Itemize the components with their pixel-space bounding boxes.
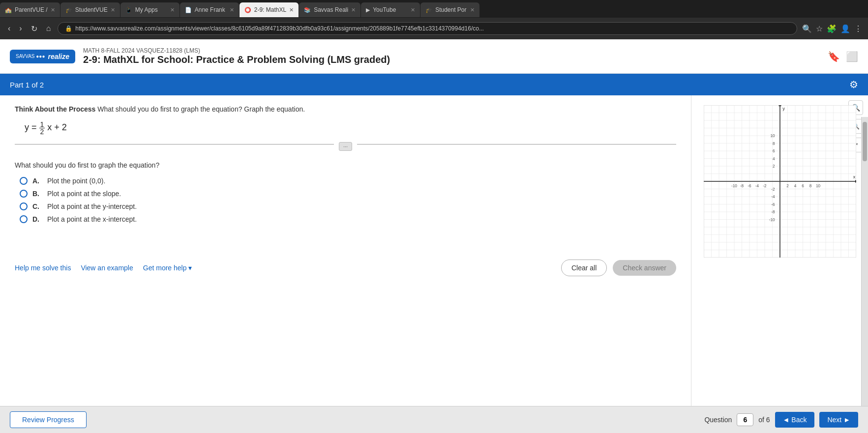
window-header-icon[interactable]: ⬜ <box>846 51 858 62</box>
tab-parentvue-close[interactable]: ✕ <box>51 7 55 13</box>
menu-icon[interactable]: ⋮ <box>854 24 862 33</box>
tab-mathxl-label: 2-9: MathXL <box>254 6 286 13</box>
equation-y: y = <box>25 122 39 132</box>
option-b-radio[interactable] <box>20 190 28 198</box>
tab-youtube-label: YouTube <box>373 6 396 13</box>
part-bar: Part 1 of 2 ⚙ <box>0 74 868 95</box>
extensions-icon[interactable]: 🧩 <box>827 24 837 33</box>
think-about-label: Think About the Process <box>15 105 95 113</box>
back-button[interactable]: ◄ Back <box>775 412 815 428</box>
option-c: C. Plot a point at the y-intercept. <box>20 202 676 210</box>
part-label: Part 1 of 2 <box>10 81 44 89</box>
svg-text:-10: -10 <box>731 184 737 188</box>
svg-text:8: 8 <box>773 142 775 146</box>
question-nav: Question 6 of 6 ◄ Back Next ► <box>704 412 858 428</box>
studentvue-favicon: 🎓 <box>65 7 72 13</box>
option-c-letter: C. <box>32 202 42 210</box>
think-text: What should you do first to graph the eq… <box>97 105 305 113</box>
svg-text:x: x <box>853 174 855 179</box>
mathxl-favicon: ⭕ <box>244 7 251 13</box>
clear-all-button[interactable]: Clear all <box>561 260 607 276</box>
expand-button[interactable]: ··· <box>339 142 352 151</box>
svg-text:-2: -2 <box>763 184 767 188</box>
options-list: A. Plot the point (0,0). B. Plot a point… <box>20 177 676 223</box>
tab-myapps[interactable]: 📱 My Apps ✕ <box>120 2 180 17</box>
svg-text:6: 6 <box>773 149 775 153</box>
tab-studentvue[interactable]: 🎓 StudentVUE ✕ <box>60 2 120 17</box>
logo-savvas-dots: SAVVAS ●●● <box>16 54 45 59</box>
option-b-letter: B. <box>32 190 42 198</box>
back-nav-button[interactable]: ‹ <box>6 22 12 35</box>
home-button[interactable]: ⌂ <box>44 22 53 35</box>
annefrank-favicon: 📄 <box>185 7 192 13</box>
check-answer-button[interactable]: Check answer <box>613 260 676 276</box>
tab-myapps-close[interactable]: ✕ <box>170 7 175 13</box>
header-right: 🔖 ⬜ <box>828 51 858 62</box>
tab-studentpor[interactable]: 🎓 Student Por ✕ <box>420 2 479 17</box>
address-bar-row: ‹ › ↻ ⌂ 🔒 https://www.savvasrealize.com/… <box>0 18 868 39</box>
refresh-button[interactable]: ↻ <box>29 22 39 35</box>
profile-icon[interactable]: 👤 <box>840 24 850 33</box>
bookmark-icon[interactable]: ☆ <box>816 24 823 33</box>
view-example-link[interactable]: View an example <box>81 264 133 272</box>
tab-savvas-label: Savvas Reali <box>314 6 348 13</box>
settings-gear-icon[interactable]: ⚙ <box>849 79 858 90</box>
tab-studentvue-close[interactable]: ✕ <box>111 7 115 13</box>
tab-mathxl-close[interactable]: ✕ <box>289 7 294 13</box>
youtube-favicon: ▶ <box>366 7 370 13</box>
svg-text:2: 2 <box>786 184 789 188</box>
app-header: SAVVAS ●●● realize MATH 8-FALL 2024 VASQ… <box>0 39 868 74</box>
tab-myapps-label: My Apps <box>135 6 158 13</box>
tab-youtube-close[interactable]: ✕ <box>411 7 415 13</box>
tab-parentvue[interactable]: 🏫 ParentVUE / ✕ <box>0 2 60 17</box>
option-a-radio[interactable] <box>20 177 28 185</box>
tab-studentpor-close[interactable]: ✕ <box>470 7 475 13</box>
tab-studentpor-label: Student Por <box>435 6 466 13</box>
svg-text:-8: -8 <box>771 210 775 214</box>
parentvue-favicon: 🏫 <box>5 7 12 13</box>
tab-savvas-close[interactable]: ✕ <box>351 7 356 13</box>
help-me-solve-link[interactable]: Help me solve this <box>15 264 71 272</box>
svg-text:8: 8 <box>809 184 811 188</box>
tab-savvas[interactable]: 📚 Savvas Reali ✕ <box>299 2 360 17</box>
tab-annefrank[interactable]: 📄 Anne Frank ✕ <box>180 2 239 17</box>
header-subtitle: MATH 8-FALL 2024 VASQUEZ-11828 (LMS) <box>83 47 390 54</box>
graph-panel: 🔍 🔍 ⤢ <box>691 95 868 406</box>
tab-mathxl[interactable]: ⭕ 2-9: MathXL ✕ <box>239 2 299 17</box>
option-a-letter: A. <box>32 177 42 185</box>
tab-annefrank-label: Anne Frank <box>195 6 225 13</box>
review-progress-button[interactable]: Review Progress <box>10 411 87 428</box>
question-label: Think About the Process What should you … <box>15 105 676 113</box>
action-buttons-right: Clear all Check answer <box>561 260 676 276</box>
svg-text:4: 4 <box>794 184 796 188</box>
svg-text:4: 4 <box>773 157 775 161</box>
logo-area[interactable]: SAVVAS ●●● realize <box>10 50 75 63</box>
address-bar[interactable]: 🔒 https://www.savvasrealize.com/assignme… <box>58 22 797 35</box>
svg-text:6: 6 <box>802 184 804 188</box>
tab-annefrank-close[interactable]: ✕ <box>230 7 234 13</box>
tab-youtube[interactable]: ▶ YouTube ✕ <box>361 2 420 17</box>
option-c-radio[interactable] <box>20 202 28 210</box>
current-question-box: 6 <box>737 413 753 426</box>
footer-nav: Review Progress Question 6 of 6 ◄ Back N… <box>0 406 868 433</box>
search-icon[interactable]: 🔍 <box>802 24 812 33</box>
tab-bar: 🏫 ParentVUE / ✕ 🎓 StudentVUE ✕ 📱 My Apps… <box>0 0 868 18</box>
url-display: https://www.savvasrealize.com/assignment… <box>75 25 790 32</box>
forward-nav-button[interactable]: › <box>17 22 24 35</box>
option-d-radio[interactable] <box>20 215 28 223</box>
equation-x-part: x + 2 <box>47 122 67 132</box>
option-d-text: Plot a point at the x-intercept. <box>47 215 137 223</box>
svg-text:y: y <box>782 106 785 111</box>
bookmark-header-icon[interactable]: 🔖 <box>828 51 840 62</box>
option-d-letter: D. <box>32 215 42 223</box>
next-button[interactable]: Next ► <box>819 412 858 428</box>
svg-text:10: 10 <box>770 134 775 138</box>
header-info: MATH 8-FALL 2024 VASQUEZ-11828 (LMS) 2-9… <box>83 47 390 65</box>
get-more-help-link[interactable]: Get more help ▾ <box>143 264 192 272</box>
svg-text:-10: -10 <box>769 218 775 222</box>
graph-svg: x y -10 -8 -6 -4 -2 2 4 6 8 10 10 8 6 <box>704 105 856 258</box>
tab-studentvue-label: StudentVUE <box>75 6 108 13</box>
scroll-indicator[interactable] <box>861 117 868 406</box>
question-bottom: Help me solve this View an example Get m… <box>15 253 676 276</box>
option-a: A. Plot the point (0,0). <box>20 177 676 185</box>
